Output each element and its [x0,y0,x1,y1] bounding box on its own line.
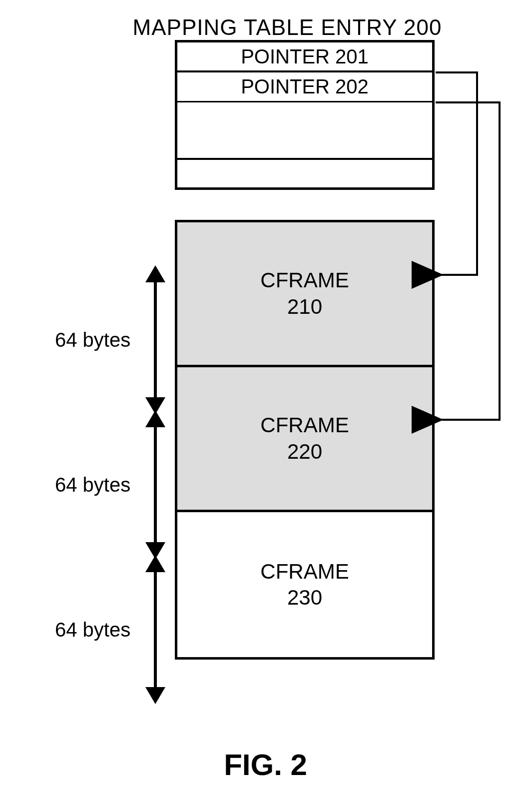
cframe-210: CFRAME 210 [177,222,432,367]
size-indicator-column: 64 bytes 64 bytes 64 bytes [55,267,165,702]
cframe-label: CFRAME [260,412,349,439]
table-empty-row [177,102,432,160]
size-label: 64 bytes [55,329,145,351]
arrow-line-icon [154,567,157,692]
cframe-id: 220 [287,439,322,465]
cframe-label: CFRAME [260,267,349,294]
arrowhead-up-icon [145,410,165,427]
size-arrow-220: 64 bytes [55,412,165,557]
pointer-arrow-202 [436,102,500,420]
size-arrow-230: 64 bytes [55,557,165,702]
cframe-id: 230 [287,585,322,611]
arrow-line-icon [154,422,157,547]
cframe-id: 210 [287,294,322,320]
arrowhead-down-icon [145,687,165,704]
cframe-230: CFRAME 230 [177,512,432,657]
cframe-220: CFRAME 220 [177,367,432,512]
pointer-row-201: POINTER 201 [177,42,432,72]
cframe-label: CFRAME [260,559,349,585]
arrow-line-icon [154,277,157,402]
size-arrow-210: 64 bytes [55,267,165,412]
table-empty-row [177,160,432,187]
mapping-table-entry: POINTER 201 POINTER 202 [175,40,435,190]
arrowhead-up-icon [145,555,165,572]
size-label: 64 bytes [55,619,145,641]
diagram-title: MAPPING TABLE ENTRY 200 [125,15,450,40]
cframe-stack: CFRAME 210 CFRAME 220 CFRAME 230 [175,220,435,660]
size-label: 64 bytes [55,474,145,496]
pointer-row-202: POINTER 202 [177,72,432,102]
figure-caption: FIG. 2 [0,748,531,782]
arrowhead-up-icon [145,265,165,282]
pointer-arrow-201 [436,72,477,275]
